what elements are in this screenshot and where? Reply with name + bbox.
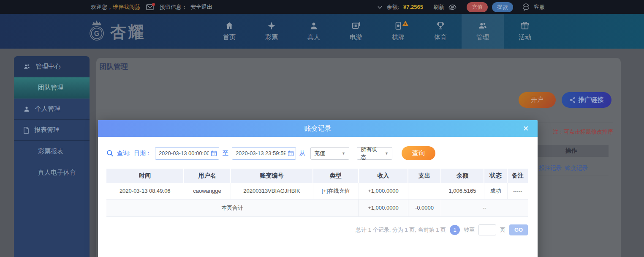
nav-item-lottery[interactable]: 彩票 (250, 14, 293, 49)
page-body: 管理中心 团队管理 个人管理 报表管理 彩票报表 真人电子体育 团队管理 (0, 49, 644, 257)
cell-income: +1,000.0000 (359, 183, 408, 199)
chevron-down-icon[interactable] (378, 4, 382, 10)
service-icon[interactable] (522, 3, 530, 11)
pagination: 总计 1 个记录, 分为 1 页, 当前第 1 页 1 转至 页 GO (106, 224, 528, 235)
goto-page-input[interactable] (478, 224, 496, 235)
calendar-icon[interactable] (211, 150, 217, 156)
col-status: 状态 (484, 169, 507, 183)
modal-header: 账变记录 ✕ (98, 120, 538, 137)
col-time: 时间 (106, 169, 184, 183)
modal-title: 账变记录 (304, 124, 332, 133)
go-button[interactable]: GO (509, 224, 528, 235)
live-icon (309, 21, 318, 30)
calendar-icon[interactable] (288, 150, 294, 156)
nav-item-manage[interactable]: 管理 (462, 14, 504, 49)
query-button[interactable]: 查询 (402, 146, 435, 160)
cell-status: 成功 (484, 183, 507, 199)
table-header-row: 时间 用户名 账变编号 类型 收入 支出 余额 状态 备注 (106, 169, 528, 183)
report-icon (23, 127, 29, 134)
to-label: 至 (223, 150, 228, 157)
users-icon (23, 63, 30, 70)
nav-item-home[interactable]: 首页 (208, 14, 250, 49)
page-unit-label: 页 (500, 226, 505, 234)
total-expense: -0.0000 (408, 199, 441, 216)
welcome-text: 欢迎您， (91, 3, 113, 11)
col-remark: 备注 (507, 169, 528, 183)
search-icon (106, 150, 114, 157)
message-badge (152, 3, 155, 6)
svg-text:G: G (94, 30, 99, 37)
deposit-button[interactable]: 充值 (467, 2, 488, 12)
close-icon[interactable]: ✕ (520, 120, 532, 137)
type-select[interactable]: 充值 ▼ (310, 147, 349, 160)
date-from-input[interactable] (155, 147, 219, 160)
brand-name: 杏耀 (110, 22, 146, 43)
col-type: 类型 (313, 169, 359, 183)
cell-change-id: 20200313VBIAGJHBIK (231, 183, 313, 199)
date-to-input[interactable] (232, 147, 296, 160)
cell-time: 2020-03-13 08:49:06 (106, 183, 184, 199)
nav-item-sports[interactable]: 体育 (419, 14, 462, 49)
balance-label: 余额: (386, 3, 399, 11)
from-label: 从 (299, 150, 305, 157)
total-rest: -- (441, 199, 528, 216)
share-icon (570, 97, 576, 103)
home-icon (225, 21, 234, 30)
cell-username: caowangge (184, 183, 231, 199)
total-row: 本页合计 +1,000.0000 -0.0000 -- (106, 199, 528, 216)
sidebar-item-team-manage[interactable]: 团队管理 (14, 77, 90, 98)
page-1-button[interactable]: 1 (450, 225, 460, 235)
app-window: 欢迎您，谁伴我闯荡 预留信息： 安全退出 余额: ¥7.2565 刷新 (0, 0, 644, 257)
withdraw-button[interactable]: 提款 (492, 2, 513, 12)
nav-items: 首页 彩票 真人 电游 棋牌 体育 (208, 14, 546, 49)
hot-badge (402, 21, 408, 26)
main-nav: G 杏耀 首页 彩票 真人 电游 (0, 14, 644, 49)
page-title: 团队管理 (99, 62, 128, 71)
nav-item-live[interactable]: 真人 (293, 14, 335, 49)
bet-records-link[interactable]: 投注记录 (539, 164, 562, 172)
chess-icon (394, 21, 403, 30)
query-label: 查询: (117, 150, 130, 157)
status-select[interactable]: 所有状态 ▼ (357, 147, 392, 160)
lottery-icon (267, 21, 276, 30)
sidebar-item-lottery-report[interactable]: 彩票报表 (14, 141, 90, 162)
goto-label: 转至 (464, 226, 475, 234)
col-username: 用户名 (184, 169, 231, 183)
account-changes-link[interactable]: 账变记录 (565, 164, 588, 172)
col-income: 收入 (359, 169, 408, 183)
sidebar: 管理中心 团队管理 个人管理 报表管理 彩票报表 真人电子体育 (14, 56, 90, 257)
egame-icon (351, 21, 361, 30)
username-link[interactable]: 谁伴我闯荡 (113, 3, 140, 11)
manage-icon (478, 21, 487, 30)
cell-expense (408, 183, 441, 199)
operation-column-header[interactable]: 操作 (534, 145, 609, 157)
col-expense: 支出 (408, 169, 441, 183)
sidebar-item-admin-center[interactable]: 管理中心 (14, 56, 90, 77)
service-label[interactable]: 客服 (534, 3, 545, 11)
cell-balance: 1,006.5165 (441, 183, 484, 199)
total-income: +1,000.0000 (359, 199, 408, 216)
caret-down-icon: ▼ (342, 151, 345, 156)
table-row: 2020-03-13 08:49:06 caowangge 20200313VB… (106, 183, 528, 199)
sidebar-item-live-esports-report[interactable]: 真人电子体育 (14, 162, 90, 183)
eye-slash-icon[interactable] (448, 4, 457, 11)
nav-item-chess[interactable]: 棋牌 (377, 14, 419, 49)
nav-item-activity[interactable]: 活动 (504, 14, 546, 49)
message-icon[interactable] (146, 4, 154, 10)
nav-item-egame[interactable]: 电游 (335, 14, 377, 49)
row-divider (534, 175, 609, 175)
promo-link-button[interactable]: 推广链接 (562, 92, 611, 108)
pagination-summary: 总计 1 个记录, 分为 1 页, 当前第 1 页 (356, 226, 446, 234)
sort-note: 注：可点击标题修改排序 (553, 128, 613, 136)
user-icon (23, 106, 30, 112)
logout-link[interactable]: 安全退出 (190, 3, 212, 11)
sidebar-item-personal-manage[interactable]: 个人管理 (14, 98, 90, 120)
crown-emblem-icon: G (87, 20, 107, 44)
sports-icon (436, 21, 445, 30)
open-account-button[interactable]: 开户 (519, 92, 556, 108)
brand-logo[interactable]: G 杏耀 (87, 20, 146, 44)
cell-type: [+]在线充值 (313, 183, 359, 199)
sidebar-item-report-manage[interactable]: 报表管理 (14, 120, 90, 141)
refresh-link[interactable]: 刷新 (433, 3, 444, 11)
col-balance: 余额 (441, 169, 484, 183)
